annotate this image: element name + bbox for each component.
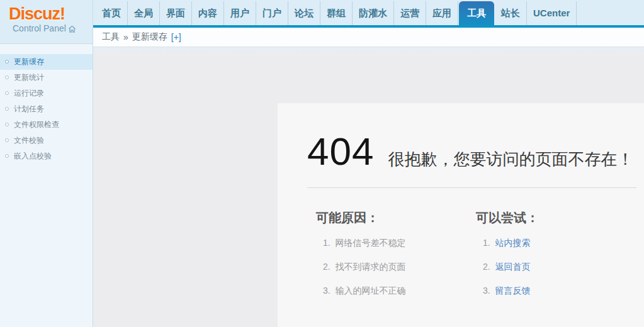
- reason-item: 3. 输入的网址不正确: [323, 285, 476, 297]
- possible-reasons-list: 1. 网络信号差不稳定 2. 找不到请求的页面 3. 输入的网址不正确: [316, 238, 476, 297]
- sidebar-item-label: 运行记录: [14, 89, 44, 97]
- possible-reasons-column: 可能原因： 1. 网络信号差不稳定 2. 找不到请求的页面 3. 输入的网址不正: [316, 209, 476, 309]
- sidebar-item-label: 嵌入点校验: [14, 152, 52, 160]
- sidebar-menu: 更新缓存 更新统计 运行记录 计划任务 文件权限检查 文件校验: [0, 44, 93, 164]
- nav-global[interactable]: 全局: [128, 1, 160, 25]
- bullet-icon: [5, 75, 9, 79]
- breadcrumb-separator: »: [123, 32, 128, 42]
- sidebar-item-hook-verify[interactable]: 嵌入点校验: [0, 148, 93, 164]
- logo: Discuz!: [9, 5, 93, 23]
- suggestion-item: 2. 返回首页: [483, 262, 636, 273]
- sidebar-item-label: 文件校验: [14, 136, 44, 145]
- item-number: 1.: [323, 238, 330, 248]
- reason-item: 1. 网络信号差不稳定: [323, 238, 476, 249]
- bullet-icon: [5, 138, 9, 142]
- nav-antispam[interactable]: 防灌水: [353, 1, 394, 25]
- nav-portal[interactable]: 门户: [256, 1, 288, 25]
- logo-block: Discuz! Control Panel: [0, 0, 93, 44]
- item-number: 3.: [323, 285, 330, 296]
- breadcrumb-page: 更新缓存: [132, 31, 167, 43]
- sidebar-item-label: 计划任务: [14, 104, 44, 113]
- error-detail-columns: 可能原因： 1. 网络信号差不稳定 2. 找不到请求的页面 3. 输入的网址不正: [278, 188, 644, 309]
- breadcrumb: 工具 » 更新缓存 [+]: [93, 28, 644, 47]
- main-content: 404 很抱歉，您要访问的页面不存在！ 可能原因： 1. 网络信号差不稳定 2.…: [93, 48, 644, 327]
- logo-subtitle-text: Control Panel: [13, 23, 66, 34]
- back-home-link[interactable]: 返回首页: [495, 262, 531, 272]
- bullet-icon: [5, 123, 9, 126]
- sidebar-item-update-cache[interactable]: 更新缓存: [0, 54, 93, 70]
- error-header: 404 很抱歉，您要访问的页面不存在！: [278, 103, 644, 171]
- sidebar-item-run-log[interactable]: 运行记录: [0, 86, 93, 101]
- nav-operation[interactable]: 运营: [394, 1, 426, 25]
- nav-tools[interactable]: 工具: [459, 1, 494, 25]
- reason-text: 网络信号差不稳定: [336, 238, 406, 248]
- item-number: 2.: [483, 262, 490, 272]
- top-nav-bar: 首页 全局 界面 内容 用户 门户 论坛 群组 防灌水 运营 应用 工具 站长 …: [93, 0, 644, 28]
- reason-item: 2. 找不到请求的页面: [323, 262, 476, 273]
- possible-reasons-title: 可能原因：: [316, 209, 476, 226]
- error-404-panel: 404 很抱歉，您要访问的页面不存在！ 可能原因： 1. 网络信号差不稳定 2.…: [278, 103, 644, 327]
- bullet-icon: [5, 91, 9, 95]
- logo-subtitle: Control Panel: [9, 23, 93, 34]
- sidebar-item-label: 更新统计: [14, 73, 44, 82]
- nav-apps[interactable]: 应用: [426, 1, 458, 25]
- error-message: 很抱歉，您要访问的页面不存在！: [388, 148, 633, 170]
- suggestions-title: 可以尝试：: [476, 209, 636, 226]
- nav-home[interactable]: 首页: [96, 1, 128, 25]
- nav-webmaster[interactable]: 站长: [495, 1, 527, 25]
- nav-forum[interactable]: 论坛: [288, 1, 320, 25]
- item-number: 3.: [483, 285, 490, 296]
- item-number: 2.: [323, 262, 330, 272]
- sidebar-item-file-verify[interactable]: 文件校验: [0, 133, 93, 148]
- discuz-admin-app: Discuz! Control Panel 更新缓存 更新统计: [0, 0, 644, 327]
- suggestions-column: 可以尝试： 1. 站内搜索 2. 返回首页 3. 留言反馈: [476, 209, 636, 309]
- nav-interface[interactable]: 界面: [160, 1, 192, 25]
- home-icon: [68, 25, 76, 33]
- reason-text: 找不到请求的页面: [336, 262, 406, 272]
- breadcrumb-section: 工具: [102, 31, 120, 43]
- nav-ucenter[interactable]: UCenter: [527, 1, 577, 25]
- sidebar-item-label: 文件权限检查: [14, 120, 59, 129]
- item-number: 1.: [483, 238, 490, 248]
- sidebar-item-update-stats[interactable]: 更新统计: [0, 70, 93, 86]
- suggestion-item: 3. 留言反馈: [483, 285, 636, 297]
- bullet-icon: [5, 107, 9, 111]
- sidebar-item-label: 更新缓存: [14, 57, 44, 66]
- nav-content[interactable]: 内容: [192, 1, 224, 25]
- breadcrumb-expand-button[interactable]: [+]: [171, 32, 181, 42]
- main-nav: 首页 全局 界面 内容 用户 门户 论坛 群组 防灌水 运营 应用 工具 站长 …: [93, 0, 644, 25]
- site-search-link[interactable]: 站内搜索: [495, 238, 531, 248]
- bullet-icon: [5, 154, 9, 158]
- feedback-link[interactable]: 留言反馈: [495, 285, 531, 296]
- sidebar-item-scheduled-tasks[interactable]: 计划任务: [0, 101, 93, 117]
- suggestions-list: 1. 站内搜索 2. 返回首页 3. 留言反馈: [476, 238, 636, 297]
- nav-users[interactable]: 用户: [224, 1, 256, 25]
- sidebar-item-file-permission-check[interactable]: 文件权限检查: [0, 117, 93, 133]
- error-code: 404: [307, 132, 374, 171]
- reason-text: 输入的网址不正确: [336, 285, 406, 296]
- nav-groups[interactable]: 群组: [320, 1, 353, 25]
- suggestion-item: 1. 站内搜索: [483, 238, 636, 249]
- bullet-icon: [5, 60, 9, 64]
- sidebar: Discuz! Control Panel 更新缓存 更新统计: [0, 0, 93, 327]
